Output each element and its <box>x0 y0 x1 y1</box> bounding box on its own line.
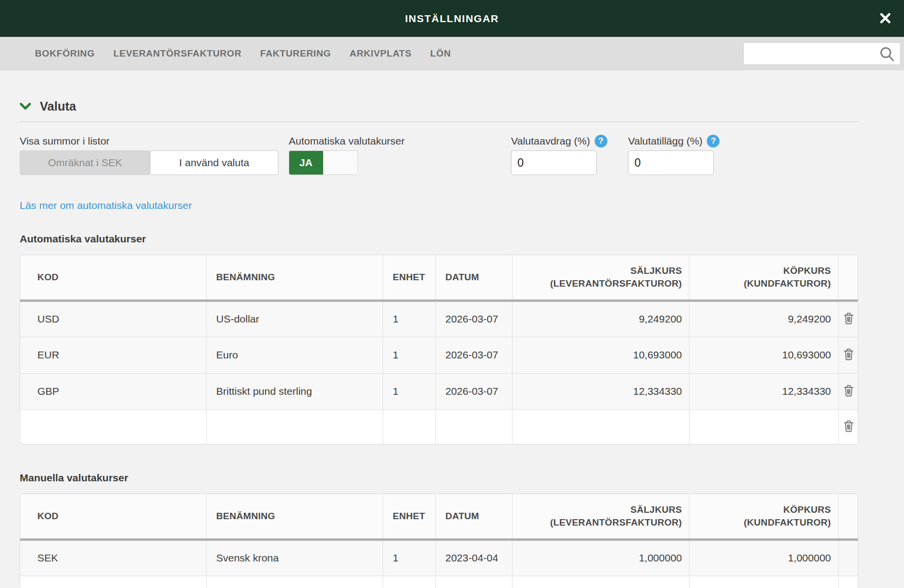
table-row-usd: USD US-dollar 1 2026-03-07 9,249200 9,24… <box>20 300 858 337</box>
column-header-kopkurs: KÖPKURS (KUNDFAKTUROR) <box>689 494 838 539</box>
help-icon[interactable]: ? <box>707 135 720 147</box>
modal-title: INSTÄLLNINGAR <box>405 13 499 25</box>
column-header-actions <box>838 494 858 539</box>
table-row-eur: EUR Euro 1 2026-03-07 10,693000 10,69300… <box>20 337 858 373</box>
cell-datum[interactable]: 2026-03-07 <box>435 373 512 410</box>
cell-benamning-empty[interactable] <box>206 576 383 588</box>
tab-bokforing[interactable]: BOKFÖRING <box>35 48 95 59</box>
auto-kurser-toggle[interactable]: JA <box>289 150 358 175</box>
valutaavdrag-input[interactable] <box>511 150 597 175</box>
cell-actions-empty <box>838 539 858 576</box>
close-icon <box>880 13 891 24</box>
cell-benamning[interactable]: Svensk krona <box>206 539 383 576</box>
cell-enhet[interactable]: 1 <box>383 373 435 410</box>
column-header-kopkurs: KÖPKURS (KUNDFAKTUROR) <box>689 255 838 300</box>
auto-table-title: Automatiska valutakurser <box>20 233 884 247</box>
new-row-input[interactable] <box>20 576 858 588</box>
cell-enhet[interactable]: 1 <box>383 337 435 373</box>
column-header-saljkurs: SÄLJKURS (LEVERANTÖRSFAKTUROR) <box>512 255 689 300</box>
cell-datum-empty[interactable] <box>435 410 512 444</box>
search-input[interactable] <box>743 42 901 65</box>
cell-saljkurs[interactable]: 9,249200 <box>512 300 689 337</box>
trash-icon <box>844 420 854 432</box>
auto-table-header-row: KOD BENÄMNING ENHET DATUM SÄLJKURS (LEVE… <box>20 255 858 300</box>
cell-enhet-empty[interactable] <box>383 576 435 588</box>
cell-benamning[interactable]: US-dollar <box>206 300 383 337</box>
option-i-anvand-valuta[interactable]: I använd valuta <box>150 150 278 175</box>
cell-kod-empty[interactable] <box>20 410 206 444</box>
column-header-datum: DATUM <box>435 494 512 539</box>
tab-arkivplats[interactable]: ARKIVPLATS <box>350 48 412 59</box>
modal-header: INSTÄLLNINGAR <box>0 0 904 37</box>
cell-datum[interactable]: 2026-03-07 <box>435 300 512 337</box>
delete-row-button[interactable] <box>843 347 855 361</box>
trash-icon <box>844 348 854 360</box>
column-header-saljkurs: SÄLJKURS (LEVERANTÖRSFAKTUROR) <box>512 494 689 539</box>
cell-kopkurs-empty[interactable] <box>689 576 838 588</box>
tab-lon[interactable]: LÖN <box>430 48 451 59</box>
valuta-section-header[interactable]: Valuta <box>20 98 884 115</box>
manual-table-header-row: KOD BENÄMNING ENHET DATUM SÄLJKURS (LEVE… <box>20 494 858 539</box>
cell-datum[interactable]: 2023-04-04 <box>435 539 512 576</box>
tab-fakturering[interactable]: FAKTURERING <box>260 48 331 59</box>
settings-tabbar: BOKFÖRING LEVERANTÖRSFAKTUROR FAKTURERIN… <box>0 37 904 70</box>
option-omraknat-i-sek[interactable]: Omräknat i SEK <box>20 150 150 175</box>
search-box <box>743 42 901 65</box>
delete-row-button[interactable] <box>843 311 855 325</box>
close-button[interactable] <box>879 13 891 25</box>
auto-table: KOD BENÄMNING ENHET DATUM SÄLJKURS (LEVE… <box>20 255 858 444</box>
delete-row-button[interactable] <box>843 383 855 398</box>
column-header-kod: KOD <box>20 494 206 539</box>
valutatillagg-input[interactable] <box>628 150 714 175</box>
cell-kod[interactable]: GBP <box>20 373 206 410</box>
cell-kopkurs[interactable]: 9,249200 <box>689 300 838 337</box>
auto-kurser-label: Automatiska valutakurser <box>289 135 405 147</box>
column-header-benamning: BENÄMNING <box>206 494 383 539</box>
cell-saljkurs[interactable]: 10,693000 <box>512 337 689 373</box>
cell-benamning-empty[interactable] <box>206 410 383 444</box>
cell-enhet[interactable]: 1 <box>383 539 435 576</box>
table-row-gbp: GBP Brittiskt pund sterling 1 2026-03-07… <box>20 373 858 410</box>
tab-leverantorsfakturor[interactable]: LEVERANTÖRSFAKTUROR <box>114 48 242 59</box>
search-icon[interactable] <box>878 45 896 63</box>
new-row-input[interactable] <box>20 410 858 444</box>
visa-summor-label: Visa summor i listor <box>20 135 278 147</box>
valutaavdrag-group: Valutaavdrag (%) ? <box>511 135 607 175</box>
manual-table-title: Manuella valutakurser <box>20 472 884 486</box>
column-header-datum: DATUM <box>435 255 512 300</box>
cell-datum-empty[interactable] <box>435 576 512 588</box>
cell-kopkurs-empty[interactable] <box>689 410 838 444</box>
section-title: Valuta <box>40 99 76 114</box>
cell-kod-empty[interactable] <box>20 576 206 588</box>
trash-icon <box>844 384 854 397</box>
cell-kod[interactable]: SEK <box>20 539 206 576</box>
cell-kopkurs[interactable]: 10,693000 <box>689 337 838 373</box>
cell-benamning[interactable]: Brittiskt pund sterling <box>206 373 383 410</box>
cell-saljkurs[interactable]: 12,334330 <box>512 373 689 410</box>
valuta-settings-content: Valuta Visa summor i listor Omräknat i S… <box>0 70 904 588</box>
cell-datum[interactable]: 2026-03-07 <box>435 337 512 373</box>
settings-modal: INSTÄLLNINGAR BOKFÖRING LEVERANTÖRSFAKTU… <box>0 0 904 588</box>
cell-saljkurs-empty[interactable] <box>512 576 689 588</box>
auto-kurser-group: Automatiska valutakurser JA <box>289 135 405 175</box>
cell-benamning[interactable]: Euro <box>206 337 383 373</box>
toggle-off-track <box>323 151 358 175</box>
section-divider <box>20 121 858 122</box>
visa-summor-group: Visa summor i listor Omräknat i SEK I an… <box>20 135 278 175</box>
cell-saljkurs-empty[interactable] <box>512 410 689 444</box>
help-icon[interactable]: ? <box>595 135 607 147</box>
column-header-benamning: BENÄMNING <box>206 255 383 300</box>
cell-saljkurs[interactable]: 1,000000 <box>512 539 689 576</box>
cell-kopkurs[interactable]: 1,000000 <box>689 539 838 576</box>
cell-enhet-empty[interactable] <box>383 410 435 444</box>
chevron-down-icon <box>20 103 31 110</box>
cell-kopkurs[interactable]: 12,334330 <box>689 373 838 410</box>
valuta-controls: Visa summor i listor Omräknat i SEK I an… <box>20 135 858 187</box>
column-header-kod: KOD <box>20 255 206 300</box>
cell-enhet[interactable]: 1 <box>383 300 435 337</box>
cell-kod[interactable]: USD <box>20 300 206 337</box>
delete-row-button[interactable] <box>843 419 855 433</box>
read-more-link[interactable]: Läs mer om automatiska valutakurser <box>20 200 192 211</box>
cell-kod[interactable]: EUR <box>20 337 206 373</box>
column-header-actions <box>838 255 858 300</box>
